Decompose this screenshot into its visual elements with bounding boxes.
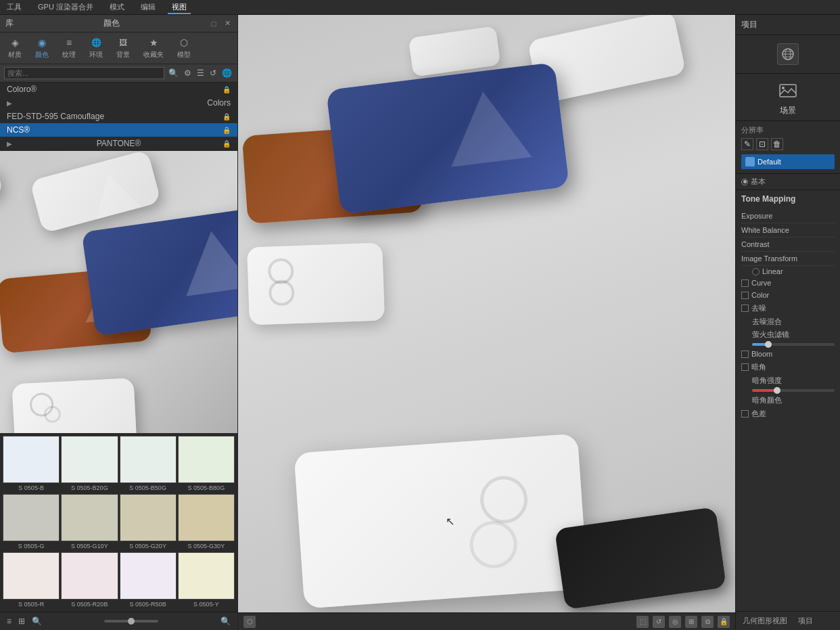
curve-checkbox[interactable] bbox=[741, 279, 749, 287]
denoise-checkbox[interactable] bbox=[741, 305, 749, 312]
material-label: 材质 bbox=[8, 50, 22, 60]
color-checkbox[interactable] bbox=[741, 292, 749, 299]
linear-radio[interactable] bbox=[752, 268, 760, 275]
main-layout: 库 颜色 □ ✕ ◈ 材质 ◉ 颜色 ≡ 纹理 🌐 环境 bbox=[0, 15, 840, 630]
status-icon-1[interactable]: ⬚ bbox=[636, 616, 649, 628]
tone-contrast[interactable]: Contrast bbox=[741, 238, 835, 252]
icon-material[interactable]: ◈ 材质 bbox=[4, 35, 26, 61]
menu-gpu[interactable]: GPU 渲染器合并 bbox=[34, 1, 97, 14]
search-bar: 🔍 ⚙ ☰ ↺ 🌐 bbox=[0, 64, 237, 83]
panel-maximize-btn[interactable]: □ bbox=[209, 19, 218, 28]
color-icon: ◉ bbox=[36, 37, 48, 49]
search-bottom-icon[interactable]: 🔍 bbox=[30, 615, 43, 627]
status-home-icon[interactable]: ⬡ bbox=[243, 616, 256, 628]
vignette-slider[interactable] bbox=[752, 389, 835, 392]
status-icon-4[interactable]: ⊞ bbox=[685, 616, 697, 628]
settings-icon[interactable]: ⚙ bbox=[183, 67, 193, 79]
color-list-label: Colors bbox=[207, 98, 231, 108]
chromatic-checkbox[interactable] bbox=[741, 410, 749, 418]
swatch-item-1[interactable]: S 0505-B20G bbox=[61, 436, 118, 493]
swatch-item-7[interactable]: S 0505-G30Y bbox=[178, 494, 235, 551]
menu-tools[interactable]: 工具 bbox=[3, 1, 26, 14]
icon-color[interactable]: ◉ 颜色 bbox=[31, 35, 53, 61]
swatch-label: S 0505-B20G bbox=[71, 483, 108, 493]
color-list-item-ncs[interactable]: NCS® 🔒 bbox=[0, 123, 237, 137]
list-view-icon[interactable]: ≡ bbox=[5, 615, 13, 627]
swatch-grid: S 0505-B S 0505-B20G S 0505-B50G S 0505-… bbox=[0, 433, 237, 612]
panel-close-btn[interactable]: ✕ bbox=[223, 19, 232, 28]
swatch-item-5[interactable]: S 0505-G10Y bbox=[61, 494, 118, 551]
bloom-checkbox[interactable] bbox=[741, 351, 749, 358]
zoom-slider[interactable] bbox=[104, 620, 158, 623]
tone-bloom[interactable]: Bloom bbox=[741, 348, 835, 360]
tab-geometry-view[interactable]: 几何图形视图 bbox=[740, 614, 790, 627]
duplicate-icon[interactable]: ⊡ bbox=[756, 138, 768, 150]
menu-mode[interactable]: 模式 bbox=[106, 1, 129, 14]
swatch-label: S 0505-B80G bbox=[188, 483, 225, 493]
tab-project[interactable]: 项目 bbox=[795, 614, 816, 627]
swatch-item-6[interactable]: S 0505-G20Y bbox=[120, 494, 177, 551]
color-list-item-fed[interactable]: FED-STD-595 Camouflage 🔒 bbox=[0, 110, 237, 123]
icon-favorites[interactable]: ★ 收藏夹 bbox=[139, 35, 168, 61]
status-icon-6[interactable]: 🔒 bbox=[718, 616, 730, 628]
grid-view-icon[interactable]: ⊞ bbox=[17, 615, 26, 627]
icon-model[interactable]: ⬡ 模型 bbox=[173, 35, 195, 61]
default-label: Default bbox=[757, 158, 781, 166]
background-label: 背景 bbox=[116, 50, 130, 60]
refresh-icon[interactable]: ↺ bbox=[208, 67, 218, 79]
search-icon[interactable]: 🔍 bbox=[167, 67, 180, 79]
color-list-item-colors[interactable]: ▶ Colors bbox=[0, 96, 237, 110]
viewport[interactable]: ↖ bbox=[238, 15, 735, 612]
vignette-checkbox[interactable] bbox=[741, 363, 749, 371]
device-white-center-left bbox=[12, 378, 137, 433]
menu-view[interactable]: 视图 bbox=[168, 1, 191, 14]
icon-texture[interactable]: ≡ 纹理 bbox=[58, 35, 80, 61]
swatch-item-3[interactable]: S 0505-B80G bbox=[178, 436, 235, 493]
globe-btn[interactable] bbox=[777, 43, 799, 65]
tone-image-transform[interactable]: Image Transform bbox=[741, 252, 835, 266]
swatch-item-11[interactable]: S 0505-Y bbox=[178, 552, 235, 609]
tone-curve[interactable]: Curve bbox=[741, 277, 835, 289]
icon-environment[interactable]: 🌐 环境 bbox=[85, 35, 107, 61]
model-label: 模型 bbox=[177, 50, 191, 60]
swatch-item-2[interactable]: S 0505-B50G bbox=[120, 436, 177, 493]
swatch-item-10[interactable]: S 0505-R50B bbox=[120, 552, 177, 609]
icon-background[interactable]: 🖼 背景 bbox=[112, 35, 134, 61]
filter-icon[interactable]: ☰ bbox=[195, 67, 206, 79]
tone-chromatic[interactable]: 色差 bbox=[741, 407, 835, 421]
swatch-item-9[interactable]: S 0505-R20B bbox=[61, 552, 118, 609]
menu-edit[interactable]: 编辑 bbox=[137, 1, 160, 14]
right-panel: 项目 场景 bbox=[735, 15, 840, 630]
search-input[interactable] bbox=[4, 67, 164, 79]
search-bottom-right-icon[interactable]: 🔍 bbox=[219, 615, 232, 627]
tone-color[interactable]: Color bbox=[741, 289, 835, 301]
status-icons-right: ⬚ ↺ ◎ ⊞ ⧉ 🔒 bbox=[636, 616, 730, 628]
swatch-item-0[interactable]: S 0505-B bbox=[3, 436, 60, 493]
panel-controls: □ ✕ bbox=[209, 19, 232, 28]
color-list-item-pantone[interactable]: ▶ PANTONE® 🔒 bbox=[0, 137, 237, 150]
vignette-label: 暗角 bbox=[751, 362, 766, 372]
radio-basic[interactable]: 基本 bbox=[741, 177, 835, 187]
tone-exposure[interactable]: Exposure bbox=[741, 209, 835, 223]
tone-vignette[interactable]: 暗角 bbox=[741, 360, 835, 374]
status-icon-3[interactable]: ◎ bbox=[669, 616, 681, 628]
edit-icon[interactable]: ✎ bbox=[741, 138, 753, 150]
environment-label: 环境 bbox=[89, 50, 103, 60]
top-menu-bar: 工具 GPU 渲染器合并 模式 编辑 视图 bbox=[0, 0, 840, 15]
vignette-slider-row bbox=[741, 387, 835, 394]
delete-icon[interactable]: 🗑 bbox=[771, 138, 783, 150]
status-icon-2[interactable]: ↺ bbox=[653, 616, 665, 628]
tone-denoise[interactable]: 去噪 bbox=[741, 301, 835, 315]
firefly-slider[interactable] bbox=[752, 343, 835, 346]
tone-white-balance[interactable]: White Balance bbox=[741, 223, 835, 238]
default-resolution-item[interactable]: Default bbox=[741, 154, 835, 169]
swatch-item-4[interactable]: S 0505-G bbox=[3, 494, 60, 551]
color-list-label: FED-STD-595 Camouflage bbox=[7, 112, 104, 121]
linear-row[interactable]: Linear bbox=[752, 267, 835, 275]
color-list-item-coloro[interactable]: Coloro® 🔒 bbox=[0, 83, 237, 96]
status-icon-5[interactable]: ⧉ bbox=[701, 616, 714, 628]
icon-toolbar: ◈ 材质 ◉ 颜色 ≡ 纹理 🌐 环境 🖼 背景 ★ 收藏夹 bbox=[0, 32, 237, 64]
globe-icon[interactable]: 🌐 bbox=[220, 67, 233, 79]
denoise-label: 去噪 bbox=[751, 303, 766, 313]
swatch-item-8[interactable]: S 0505-R bbox=[3, 552, 60, 609]
